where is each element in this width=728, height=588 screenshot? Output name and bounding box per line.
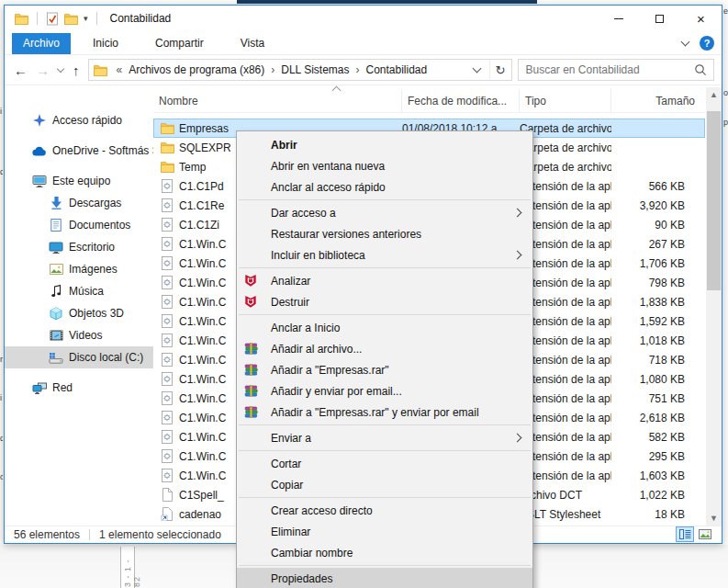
dll-icon xyxy=(159,449,175,463)
maximize-button[interactable] xyxy=(639,6,680,31)
file-size-cell: 295 KB xyxy=(611,450,696,463)
local-disk-icon xyxy=(47,352,65,364)
search-input[interactable] xyxy=(519,60,714,80)
recent-locations-chevron-icon[interactable] xyxy=(57,65,64,73)
file-name: C1.Win.C xyxy=(179,334,226,347)
breadcrumb-segment[interactable]: Contabilidad xyxy=(364,63,430,76)
column-header-tama-o[interactable]: Tamaño xyxy=(611,89,706,112)
file-type-cell: Carpeta de archivos xyxy=(520,161,611,174)
file-name: C1.Win.C xyxy=(179,238,226,251)
qat-separator-2 xyxy=(96,12,97,25)
file-name: C1.Win.C xyxy=(179,392,226,405)
column-header-nombre[interactable]: Nombre xyxy=(153,89,402,112)
breadcrumb[interactable]: « Archivos de programa (x86)›DLL Sistema… xyxy=(88,59,512,81)
winrar-icon xyxy=(244,364,258,377)
sidebar-item-label: Acceso rápido xyxy=(52,114,122,127)
file-name: C1.Win.C xyxy=(179,412,226,424)
back-button[interactable]: ← xyxy=(14,62,28,78)
sidebar-item-label: OneDrive - Softmás S xyxy=(52,144,153,157)
column-header-fecha-de-modifica-[interactable]: Fecha de modifica... xyxy=(402,89,520,112)
ribbon-tab-compartir[interactable]: Compartir xyxy=(144,33,215,54)
folder-icon xyxy=(159,122,175,134)
dll-icon xyxy=(159,256,175,270)
menu-item-dar-acceso-a[interactable]: Dar acceso a xyxy=(237,202,532,223)
dll-icon xyxy=(159,391,175,405)
title-bar: ▾ Contabilidad × xyxy=(5,6,722,31)
menu-item-enviar-a[interactable]: Enviar a xyxy=(237,427,532,448)
menu-item-propiedades[interactable]: Propiedades xyxy=(237,568,532,588)
sidebar-item-videos[interactable]: Videos xyxy=(5,324,153,346)
menu-item-anclar-al-acceso-r-pido[interactable]: Anclar al acceso rápido xyxy=(237,176,532,198)
menu-item-destruir[interactable]: Destruir xyxy=(237,291,532,312)
qat-properties-button[interactable] xyxy=(46,12,59,26)
documents-icon xyxy=(47,219,65,232)
breadcrumb-segment[interactable]: Archivos de programa (x86) xyxy=(127,63,266,76)
close-button[interactable]: × xyxy=(680,6,722,31)
menu-item-cortar[interactable]: Cortar xyxy=(237,453,532,474)
scroll-up-arrow-icon[interactable]: ▲ xyxy=(706,87,722,102)
sidebar-item-label: Red xyxy=(52,381,73,394)
ribbon-tab-archivo[interactable]: Archivo xyxy=(12,33,71,54)
file-name: C1.Win.C xyxy=(179,277,226,289)
sidebar-item-disco-local-c-[interactable]: Disco local (C:) xyxy=(5,346,153,368)
dll-icon xyxy=(159,411,175,424)
menu-item-a-adir-al-archivo-[interactable]: Añadir al archivo... xyxy=(237,338,532,359)
sidebar-item-label: Objetos 3D xyxy=(69,307,124,320)
qat-customize-dropdown[interactable]: ▾ xyxy=(84,14,88,23)
submenu-arrow-icon xyxy=(513,209,522,218)
breadcrumb-overflow-chevron[interactable]: « xyxy=(112,63,128,76)
ribbon-tab-vista[interactable]: Vista xyxy=(230,33,275,54)
menu-item-eliminar[interactable]: Eliminar xyxy=(237,521,532,542)
sidebar-item-im-genes[interactable]: Imágenes xyxy=(5,258,153,280)
ribbon-tab-inicio[interactable]: Inicio xyxy=(82,33,129,54)
sidebar-item-escritorio[interactable]: Escritorio xyxy=(5,236,153,258)
help-icon[interactable]: ? xyxy=(700,36,714,51)
sidebar-item-este-equipo[interactable]: Este equipo xyxy=(5,170,153,192)
sidebar-item-objetos-3d[interactable]: Objetos 3D xyxy=(5,302,153,324)
background-text-fragment: i xyxy=(0,107,3,116)
details-view-button[interactable] xyxy=(676,526,694,542)
file-name: C1.Win.C xyxy=(179,450,226,463)
qat-new-folder-button[interactable] xyxy=(64,13,78,25)
menu-item-crear-acceso-directo[interactable]: Crear acceso directo xyxy=(237,500,532,521)
dll-icon xyxy=(159,372,175,386)
menu-item-a-adir-a-empresas-rar-y-enviar-por-email[interactable]: Añadir a "Empresas.rar" y enviar por ema… xyxy=(237,401,532,423)
network-icon xyxy=(30,382,49,394)
vertical-scrollbar[interactable]: ▲ ▼ xyxy=(706,87,722,526)
objects-3d-icon xyxy=(47,307,65,321)
scrollbar-thumb[interactable] xyxy=(707,111,721,290)
sidebar-item-m-sica[interactable]: Música xyxy=(5,280,153,302)
menu-item-copiar[interactable]: Copiar xyxy=(237,474,532,495)
selected-count: 1 elemento seleccionado xyxy=(99,528,221,541)
menu-item-abrir[interactable]: Abrir xyxy=(237,134,532,155)
menu-item-restaurar-versiones-anteriores[interactable]: Restaurar versiones anteriores xyxy=(237,223,532,244)
refresh-button[interactable]: ↻ xyxy=(489,60,511,80)
downloads-icon xyxy=(47,197,65,209)
menu-item-analizar[interactable]: Analizar xyxy=(237,270,532,291)
menu-item-a-adir-y-enviar-por-email-[interactable]: Añadir y enviar por email... xyxy=(237,380,532,401)
column-header-tipo[interactable]: Tipo xyxy=(520,89,611,112)
breadcrumb-segment[interactable]: DLL Sistemas xyxy=(279,63,351,76)
sidebar-item-red[interactable]: Red xyxy=(5,377,153,399)
navigation-pane: Acceso rápidoOneDrive - Softmás SEste eq… xyxy=(5,87,153,526)
address-dropdown-chevron-icon[interactable] xyxy=(472,64,481,74)
sidebar-item-acceso-r-pido[interactable]: Acceso rápido xyxy=(5,109,153,131)
menu-item-cambiar-nombre[interactable]: Cambiar nombre xyxy=(237,542,532,563)
up-button[interactable]: ↑ xyxy=(73,62,80,78)
file-size-cell: 566 KB xyxy=(611,180,696,193)
thumbnails-view-button[interactable] xyxy=(696,526,714,542)
ribbon-collapse-chevron-icon[interactable] xyxy=(681,38,690,47)
minimize-button[interactable] xyxy=(598,6,639,31)
background-text-fragment: r xyxy=(0,355,3,364)
file-size-cell: 1,838 KB xyxy=(611,296,696,309)
sidebar-item-onedrive-softm-s-s[interactable]: OneDrive - Softmás S xyxy=(5,140,153,162)
menu-item-label: Cambiar nombre xyxy=(264,547,353,560)
menu-item-a-adir-a-empresas-rar-[interactable]: Añadir a "Empresas.rar" xyxy=(237,359,532,380)
menu-item-abrir-en-ventana-nueva[interactable]: Abrir en ventana nueva xyxy=(237,155,532,176)
forward-button[interactable]: → xyxy=(36,62,50,78)
menu-item-incluir-en-biblioteca[interactable]: Incluir en biblioteca xyxy=(237,244,532,266)
sidebar-item-documentos[interactable]: Documentos xyxy=(5,214,153,236)
sidebar-item-descargas[interactable]: Descargas xyxy=(5,192,153,214)
menu-item-anclar-a-inicio[interactable]: Anclar a Inicio xyxy=(237,317,532,338)
scroll-down-arrow-icon[interactable]: ▼ xyxy=(706,511,722,526)
